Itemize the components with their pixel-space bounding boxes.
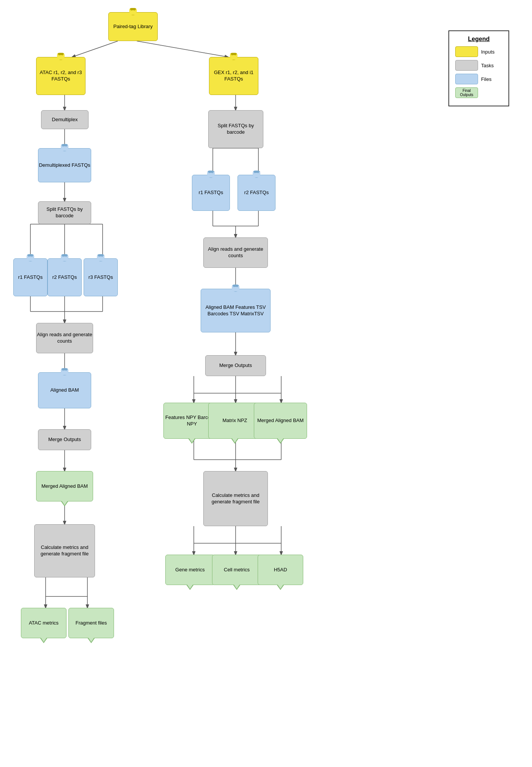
cell-metrics-label: Cell metrics bbox=[224, 567, 250, 573]
aligned-bam-right-node: Aligned BAM Features TSV Barcodes TSV Ma… bbox=[201, 289, 271, 332]
r2-right-label: r2 FASTQs bbox=[244, 190, 269, 196]
matrix-npz-label: Matrix NPZ bbox=[223, 418, 247, 424]
legend-tasks-box bbox=[455, 60, 478, 71]
demux-fastqs-label: Demultiplexed FASTQs bbox=[39, 162, 90, 169]
diagram-container: Paired-tag Library ATAC r1, r2, and r3 F… bbox=[0, 0, 532, 767]
gene-metrics-node: Gene metrics bbox=[165, 555, 215, 585]
atac-fastqs-node: ATAC r1, r2, and r3 FASTQs bbox=[36, 57, 86, 95]
paired-tag-label: Paired-tag Library bbox=[113, 24, 152, 30]
r1-right-node: r1 FASTQs bbox=[192, 175, 230, 211]
svg-line-1 bbox=[137, 41, 228, 57]
merge-left-node: Merge Outputs bbox=[38, 429, 91, 450]
legend-files-box bbox=[455, 74, 478, 84]
merge-left-label: Merge Outputs bbox=[48, 436, 81, 443]
atac-fastqs-label: ATAC r1, r2, and r3 FASTQs bbox=[36, 70, 85, 82]
legend-item-files: Files bbox=[455, 74, 502, 84]
align-right-node: Align reads and generate counts bbox=[203, 237, 268, 268]
legend-inputs-label: Inputs bbox=[481, 49, 494, 55]
r1-left-node: r1 FASTQs bbox=[13, 258, 48, 296]
h5ad-label: H5AD bbox=[274, 567, 287, 573]
calc-left-label: Calculate metrics and generate fragment … bbox=[35, 544, 95, 557]
fragment-files-node: Fragment files bbox=[68, 608, 114, 638]
split-right-label: Split FASTQs by barcode bbox=[209, 123, 263, 136]
demultiplex-node: Demultiplex bbox=[41, 110, 89, 129]
h5ad-node: H5AD bbox=[258, 555, 303, 585]
r1-left-label: r1 FASTQs bbox=[18, 274, 43, 281]
legend-outputs-box: FinalOutputs bbox=[455, 87, 478, 98]
merged-bam-right-node: Merged Aligned BAM bbox=[254, 403, 307, 439]
split-fastqs-left-node: Split FASTQs by barcode bbox=[38, 201, 91, 224]
align-left-label: Align reads and generate counts bbox=[36, 332, 93, 345]
legend-inputs-box bbox=[455, 46, 478, 57]
legend-tasks-label: Tasks bbox=[481, 63, 494, 68]
gene-metrics-label: Gene metrics bbox=[175, 567, 204, 573]
svg-line-0 bbox=[72, 41, 118, 57]
fragment-files-label: Fragment files bbox=[76, 620, 107, 626]
calc-right-label: Calculate metrics and generate fragment … bbox=[204, 492, 268, 505]
atac-metrics-node: ATAC metrics bbox=[21, 608, 66, 638]
legend-item-outputs: FinalOutputs bbox=[455, 87, 502, 98]
merged-bam-left-node: Merged Aligned BAM bbox=[36, 471, 93, 501]
r2-left-node: r2 FASTQs bbox=[48, 258, 82, 296]
legend-files-label: Files bbox=[481, 76, 491, 82]
split-fastqs-right-node: Split FASTQs by barcode bbox=[208, 110, 263, 148]
aligned-bam-left-label: Aligned BAM bbox=[50, 387, 79, 394]
merge-right-label: Merge Outputs bbox=[219, 362, 252, 369]
aligned-bam-left-node: Aligned BAM bbox=[38, 372, 91, 408]
merge-right-node: Merge Outputs bbox=[205, 355, 266, 376]
demux-fastqs-node: Demultiplexed FASTQs bbox=[38, 148, 91, 182]
align-left-node: Align reads and generate counts bbox=[36, 323, 93, 353]
merged-bam-right-label: Merged Aligned BAM bbox=[257, 418, 304, 424]
r2-left-label: r2 FASTQs bbox=[52, 274, 77, 281]
r3-left-label: r3 FASTQs bbox=[89, 274, 113, 281]
r2-right-node: r2 FASTQs bbox=[238, 175, 276, 211]
demultiplex-label: Demultiplex bbox=[52, 117, 78, 123]
aligned-bam-right-label: Aligned BAM Features TSV Barcodes TSV Ma… bbox=[201, 304, 270, 317]
legend-item-inputs: Inputs bbox=[455, 46, 502, 57]
r3-left-node: r3 FASTQs bbox=[84, 258, 118, 296]
matrix-npz-node: Matrix NPZ bbox=[208, 403, 261, 439]
align-right-label: Align reads and generate counts bbox=[204, 246, 268, 259]
gex-fastqs-label: GEX r1, r2, and i1 FASTQs bbox=[209, 70, 258, 82]
paired-tag-library-node: Paired-tag Library bbox=[108, 12, 158, 41]
calc-right-node: Calculate metrics and generate fragment … bbox=[203, 471, 268, 526]
legend-item-tasks: Tasks bbox=[455, 60, 502, 71]
legend: Legend Inputs Tasks Files FinalOutputs bbox=[448, 30, 509, 106]
legend-title: Legend bbox=[455, 36, 502, 43]
split-left-label: Split FASTQs by barcode bbox=[38, 206, 91, 219]
gex-fastqs-node: GEX r1, r2, and i1 FASTQs bbox=[209, 57, 258, 95]
r1-right-label: r1 FASTQs bbox=[199, 190, 223, 196]
calc-left-node: Calculate metrics and generate fragment … bbox=[34, 524, 95, 577]
cell-metrics-node: Cell metrics bbox=[212, 555, 261, 585]
atac-metrics-label: ATAC metrics bbox=[29, 620, 59, 626]
merged-bam-left-label: Merged Aligned BAM bbox=[41, 483, 88, 490]
